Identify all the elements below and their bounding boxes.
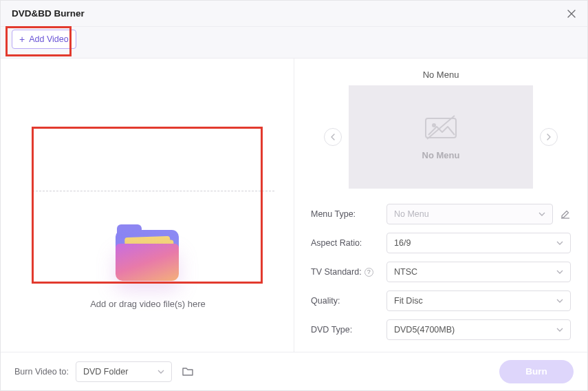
right-pane: No Menu No Menu: [294, 59, 587, 352]
burner-window: DVD&BD Burner + Add Video Add or dr: [0, 0, 588, 391]
left-pane: Add or drag video file(s) here: [1, 59, 294, 352]
window-title: DVD&BD Burner: [12, 8, 85, 19]
menu-type-label: Menu Type:: [311, 209, 386, 219]
footer: Burn Video to: DVD Folder Burn: [1, 352, 587, 390]
preview-next-button[interactable]: [540, 128, 558, 146]
titlebar: DVD&BD Burner: [1, 1, 587, 27]
dvd-type-value: DVD5(4700MB): [394, 325, 455, 335]
content: Add or drag video file(s) here No Menu N…: [1, 59, 587, 352]
preview-label: No Menu: [422, 150, 460, 160]
preview-row: No Menu: [311, 85, 571, 189]
menu-preview: No Menu: [349, 85, 533, 189]
burn-to-label: Burn Video to:: [14, 367, 69, 377]
divider-dashed: [32, 191, 274, 191]
video-dropzone[interactable]: Add or drag video file(s) here: [32, 193, 263, 337]
chevron-down-icon: [556, 241, 563, 245]
row-dvd-type: DVD Type: DVD5(4700MB): [311, 319, 571, 340]
aspect-label: Aspect Ratio:: [311, 238, 386, 248]
quality-label: Quality:: [311, 296, 386, 306]
plus-icon: +: [19, 34, 25, 44]
edit-menu-icon[interactable]: [560, 209, 571, 220]
toolbar: + Add Video: [1, 27, 587, 59]
aspect-value: 16/9: [394, 238, 411, 248]
menu-type-select[interactable]: No Menu: [386, 204, 553, 224]
svg-line-2: [427, 116, 455, 139]
no-menu-icon: [422, 114, 460, 142]
row-menu-type: Menu Type: No Menu: [311, 204, 571, 224]
row-aspect: Aspect Ratio: 16/9: [311, 233, 571, 253]
chevron-down-icon: [556, 270, 563, 274]
chevron-down-icon: [157, 370, 164, 374]
row-quality: Quality: Fit Disc: [311, 290, 571, 311]
tv-select[interactable]: NTSC: [386, 262, 571, 282]
quality-select[interactable]: Fit Disc: [386, 290, 571, 311]
svg-point-1: [432, 123, 436, 127]
row-tv: TV Standard: ? NTSC: [311, 262, 571, 282]
add-video-label: Add Video: [29, 34, 68, 44]
dvd-type-select[interactable]: DVD5(4700MB): [386, 319, 571, 340]
close-icon[interactable]: [567, 9, 576, 19]
add-video-button[interactable]: + Add Video: [12, 30, 76, 49]
settings-form: Menu Type: No Menu Aspect Ratio: 16/9: [311, 204, 571, 340]
chevron-down-icon: [556, 299, 563, 303]
preview-title: No Menu: [311, 70, 571, 80]
chevron-down-icon: [556, 328, 563, 332]
preview-prev-button[interactable]: [324, 128, 342, 146]
quality-value: Fit Disc: [394, 296, 423, 306]
dropzone-text: Add or drag video file(s) here: [90, 299, 206, 309]
tv-label: TV Standard: ?: [311, 267, 386, 277]
folder-icon: [110, 222, 186, 290]
burn-button[interactable]: Burn: [499, 360, 574, 383]
tv-value: NTSC: [394, 267, 417, 277]
menu-type-value: No Menu: [394, 209, 429, 219]
burn-to-value: DVD Folder: [83, 367, 128, 377]
chevron-down-icon: [538, 212, 545, 216]
folder-open-icon: [182, 366, 194, 377]
browse-folder-button[interactable]: [177, 361, 198, 382]
dvd-type-label: DVD Type:: [311, 325, 386, 335]
burn-to-select[interactable]: DVD Folder: [76, 361, 172, 382]
aspect-select[interactable]: 16/9: [386, 233, 571, 253]
help-icon[interactable]: ?: [364, 268, 373, 277]
